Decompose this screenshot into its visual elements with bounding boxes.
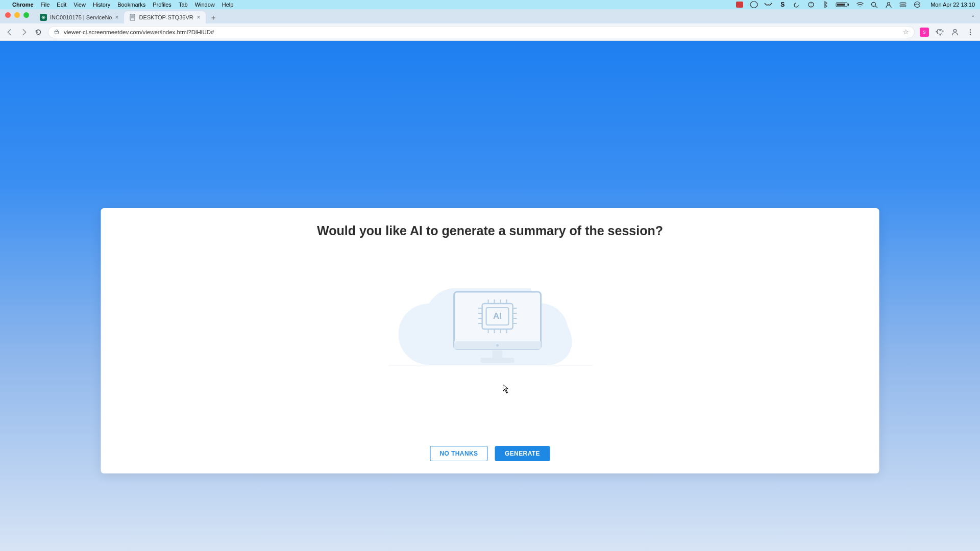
mac-clock[interactable]: Mon Apr 22 13:10 <box>930 2 975 8</box>
chrome-menu-icon[interactable] <box>966 28 975 37</box>
no-thanks-button[interactable]: NO THANKS <box>430 446 488 461</box>
generate-button[interactable]: GENERATE <box>495 446 550 461</box>
nav-reload-icon[interactable] <box>34 28 43 37</box>
svg-rect-5 <box>837 4 845 6</box>
control-center-icon[interactable] <box>899 1 907 8</box>
menu-extra-s-icon[interactable]: S <box>778 1 787 8</box>
mac-app-name[interactable]: Chrome <box>12 2 34 8</box>
bookmark-star-icon[interactable]: ☆ <box>903 28 909 36</box>
svg-point-19 <box>970 31 971 32</box>
tab-favicon-servicenow: ✳ <box>40 14 47 21</box>
window-close-icon[interactable] <box>5 12 11 18</box>
svg-line-7 <box>875 6 877 8</box>
address-bar-url: viewer-ci.screenmeetdev.com/viewer/index… <box>64 29 899 35</box>
chrome-toolbar: viewer-ci.screenmeetdev.com/viewer/index… <box>0 23 980 41</box>
svg-rect-24 <box>492 350 502 358</box>
svg-rect-10 <box>900 5 906 7</box>
mac-menu-bookmarks[interactable]: Bookmarks <box>117 2 145 8</box>
browser-tab-1[interactable]: ✳ INC0010175 | ServiceNo × <box>35 11 124 23</box>
account-icon[interactable] <box>885 1 893 8</box>
menu-extra-sync-icon[interactable] <box>807 1 815 8</box>
menu-extra-octagon-icon[interactable] <box>750 1 758 8</box>
mac-menubar: Chrome File Edit View History Bookmarks … <box>0 0 980 9</box>
svg-point-20 <box>970 34 971 35</box>
svg-rect-9 <box>900 3 906 4</box>
site-settings-icon[interactable] <box>54 29 60 36</box>
tab-close-icon[interactable]: × <box>115 14 118 21</box>
svg-marker-1 <box>750 2 757 8</box>
chrome-window: ✳ INC0010175 | ServiceNo × DESKTOP-STQ36… <box>0 9 980 551</box>
tab-title: DESKTOP-STQ36VR <box>139 14 194 20</box>
mac-menu-view[interactable]: View <box>74 2 86 8</box>
mac-menu-tab[interactable]: Tab <box>179 2 188 8</box>
do-not-disturb-icon[interactable] <box>793 1 801 8</box>
wifi-icon[interactable] <box>856 1 864 8</box>
svg-rect-4 <box>848 4 849 6</box>
mac-menu-file[interactable]: File <box>41 2 50 8</box>
svg-point-8 <box>888 3 890 5</box>
tab-overflow-icon[interactable]: ⌄ <box>971 12 975 18</box>
svg-point-6 <box>872 3 876 7</box>
svg-rect-0 <box>736 2 743 8</box>
page-viewport: Would you like AI to generate a summary … <box>0 41 980 551</box>
menu-extra-wings-icon[interactable] <box>764 1 772 8</box>
svg-point-18 <box>970 29 971 30</box>
siri-icon[interactable] <box>913 1 921 8</box>
bluetooth-icon[interactable] <box>821 1 829 8</box>
address-bar[interactable]: viewer-ci.screenmeetdev.com/viewer/index… <box>48 26 915 38</box>
spotlight-icon[interactable] <box>870 1 878 8</box>
dialog-headline: Would you like AI to generate a summary … <box>317 223 663 238</box>
svg-point-23 <box>496 344 499 347</box>
extension-pink-icon[interactable]: s <box>920 28 929 37</box>
mac-menu-window[interactable]: Window <box>195 2 215 8</box>
window-fullscreen-icon[interactable] <box>23 12 29 18</box>
extensions-icon[interactable] <box>935 28 944 37</box>
mac-menu-help[interactable]: Help <box>222 2 234 8</box>
mac-menu-profiles[interactable]: Profiles <box>153 2 172 8</box>
ai-summary-dialog: Would you like AI to generate a summary … <box>101 208 879 473</box>
new-tab-button[interactable]: ＋ <box>208 12 219 23</box>
chrome-tabstrip: ✳ INC0010175 | ServiceNo × DESKTOP-STQ36… <box>0 9 980 23</box>
tab-favicon-generic <box>129 14 136 21</box>
tab-title: INC0010175 | ServiceNo <box>50 14 112 20</box>
tab-close-icon[interactable]: × <box>197 14 200 21</box>
ai-chip-label: AI <box>493 311 502 321</box>
menu-extra-red-icon[interactable] <box>736 1 744 8</box>
nav-forward-icon[interactable] <box>19 28 29 37</box>
dialog-illustration: AI <box>388 283 592 365</box>
window-minimize-icon[interactable] <box>14 12 20 18</box>
chrome-profile-icon[interactable] <box>950 28 960 37</box>
battery-icon[interactable] <box>836 1 850 8</box>
monitor-ai-icon: AI <box>452 290 542 365</box>
illustration-ground-line <box>388 365 592 365</box>
svg-point-17 <box>953 29 956 32</box>
mac-menu-history[interactable]: History <box>93 2 110 8</box>
svg-rect-12 <box>130 14 135 20</box>
nav-back-icon[interactable] <box>5 28 14 37</box>
mac-menu-edit[interactable]: Edit <box>57 2 66 8</box>
browser-tab-2[interactable]: DESKTOP-STQ36VR × <box>124 11 206 23</box>
svg-rect-25 <box>480 358 514 363</box>
window-controls[interactable] <box>5 12 29 18</box>
